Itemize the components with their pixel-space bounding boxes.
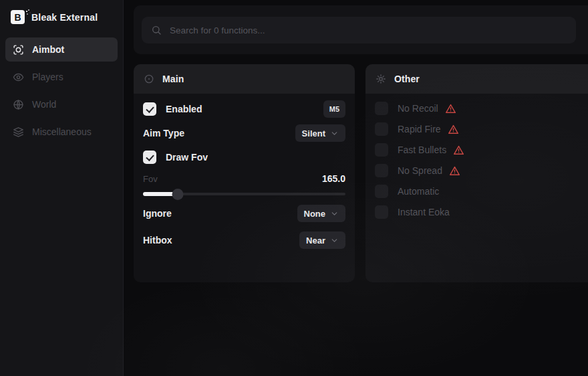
sidebar-item-label: Players <box>32 72 63 82</box>
other-panel-title: Other <box>394 74 420 84</box>
hitbox-label: Hitbox <box>143 235 172 246</box>
aim-type-label: Aim Type <box>143 128 184 138</box>
sidebar-item-label: Aimbot <box>32 44 64 55</box>
sidebar-item-world[interactable]: World <box>5 92 118 116</box>
ignore-row: Ignore None <box>143 205 345 222</box>
app-title: Bleak External <box>31 12 98 23</box>
feature-label: Rapid Fire <box>398 124 441 134</box>
app-logo: B Bleak External <box>0 0 123 32</box>
hitbox-value: Near <box>306 236 325 246</box>
sidebar: B Bleak External Aimbot <box>0 0 124 376</box>
ignore-dropdown[interactable]: None <box>297 205 346 222</box>
feature-checkbox[interactable] <box>375 164 388 177</box>
ignore-value: None <box>304 209 326 219</box>
enabled-row: Enabled M5 <box>143 100 345 118</box>
feature-checkbox[interactable] <box>375 143 388 157</box>
sidebar-item-label: Miscellaneous <box>32 126 92 137</box>
other-panel: Other No Recoil Rapid Fire <box>365 64 588 282</box>
sidebar-item-miscellaneous[interactable]: Miscellaneous <box>5 120 118 144</box>
feature-checkbox[interactable] <box>375 122 388 136</box>
fov-value: 165.0 <box>322 173 345 184</box>
search-box[interactable] <box>142 17 576 43</box>
main-panel-body: Enabled M5 Aim Type Silent Draw Fov <box>134 94 355 249</box>
fov-label: Fov <box>143 174 158 184</box>
warning-icon <box>453 145 464 156</box>
feature-row: Automatic <box>375 185 585 198</box>
feature-checkbox[interactable] <box>375 102 388 115</box>
chevron-down-icon <box>330 236 339 245</box>
main-panel-title: Main <box>162 74 184 84</box>
crosshair-icon <box>13 44 24 56</box>
logo-icon: B <box>11 10 25 24</box>
warning-icon <box>445 103 456 114</box>
feature-label: Fast Bullets <box>398 145 446 155</box>
draw-fov-checkbox[interactable] <box>143 151 156 164</box>
aim-type-dropdown[interactable]: Silent <box>295 124 345 142</box>
sidebar-item-aimbot[interactable]: Aimbot <box>5 37 118 62</box>
sidebar-nav: Aimbot Players World <box>0 33 123 148</box>
aim-type-value: Silent <box>302 128 325 138</box>
ignore-label: Ignore <box>143 208 172 219</box>
search-input[interactable] <box>170 25 567 35</box>
draw-fov-label: Draw Fov <box>166 152 208 163</box>
other-panel-body: No Recoil Rapid Fire <box>365 94 588 219</box>
feature-row: Fast Bullets <box>375 143 585 157</box>
eye-icon <box>13 72 24 83</box>
feature-checkbox[interactable] <box>375 205 388 219</box>
feature-row: No Spread <box>375 164 585 177</box>
feature-label: Automatic <box>398 186 439 197</box>
main-panel-header: Main <box>134 64 355 94</box>
feature-row: Rapid Fire <box>375 122 585 136</box>
feature-checkbox[interactable] <box>375 185 388 198</box>
warning-icon <box>449 165 460 177</box>
fov-slider-thumb[interactable] <box>172 189 183 200</box>
main-panel: Main Enabled M5 Aim Type Silent <box>134 64 355 282</box>
feature-label: No Spread <box>398 165 442 176</box>
warning-icon <box>448 124 459 135</box>
feature-row: No Recoil <box>375 102 585 115</box>
hitbox-dropdown[interactable]: Near <box>299 231 345 249</box>
enabled-checkbox[interactable] <box>143 102 156 116</box>
chevron-down-icon <box>330 209 339 218</box>
feature-label: No Recoil <box>398 103 438 114</box>
hitbox-row: Hitbox Near <box>143 231 345 249</box>
fov-row: Fov 165.0 <box>143 173 345 185</box>
app-window: B Bleak External Aimbot <box>0 0 588 376</box>
feature-label: Instant Eoka <box>398 207 450 217</box>
feature-row: Instant Eoka <box>375 205 585 219</box>
draw-fov-row: Draw Fov <box>143 149 345 166</box>
other-panel-header: Other <box>365 64 588 94</box>
aim-type-row: Aim Type Silent <box>143 124 345 142</box>
chevron-down-icon <box>330 129 339 138</box>
target-icon <box>144 74 154 84</box>
globe-icon <box>13 99 24 110</box>
layers-icon <box>13 126 24 138</box>
sidebar-item-players[interactable]: Players <box>5 65 118 89</box>
search-icon <box>151 25 162 35</box>
sidebar-item-label: World <box>32 99 56 110</box>
gear-icon <box>376 74 386 84</box>
keybind-badge[interactable]: M5 <box>323 100 345 118</box>
fov-slider <box>143 189 345 199</box>
enabled-label: Enabled <box>166 104 202 114</box>
topbar <box>134 5 588 54</box>
